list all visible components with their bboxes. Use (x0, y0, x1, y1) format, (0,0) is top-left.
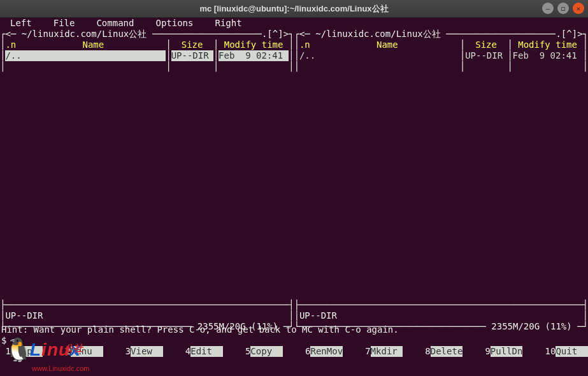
box-line-icon: │ (289, 50, 294, 61)
box-tee-icon: ├ (294, 300, 299, 310)
box-line-icon: ────────────────────────────────────────… (152, 29, 262, 40)
col-size[interactable]: Size (171, 40, 213, 50)
box-line-icon: │ (289, 61, 294, 300)
box-line-icon: ────────────────────────────────────────… (299, 321, 486, 332)
window-controls: – ◻ ✕ (542, 3, 584, 14)
col-n[interactable]: .n (5, 40, 20, 50)
right-empty-area: │ │ │ │ (294, 61, 589, 300)
box-line-icon: │ (583, 40, 588, 50)
menu-command[interactable]: Command (89, 18, 148, 29)
box-line-icon: │ (294, 310, 299, 321)
box-line-icon: ────────────────────────────────────────… (5, 300, 289, 310)
file-name: /.. (5, 50, 166, 61)
left-diskfree: └ ──────────────────────────────────────… (0, 321, 294, 332)
panel-indicator-icon: .[^]>┐ (556, 29, 588, 40)
col-name[interactable]: Name (315, 40, 460, 50)
terminal-area: Left File Command Options Right ┌<─ ~/li… (0, 18, 588, 376)
col-size[interactable]: Size (465, 40, 507, 50)
fkey-num: 6 (300, 346, 311, 357)
box-line-icon: ─┘ (577, 321, 588, 332)
panels: ┌<─ ~/linuxidc.com/Linux公社 ─────────────… (0, 29, 588, 324)
box-line-icon: ────────────────────────────────────────… (5, 321, 192, 332)
box-line-icon: │ (507, 40, 512, 50)
box-line-icon: │ (294, 40, 299, 50)
fkey-pulldn[interactable]: PullDn (491, 346, 523, 357)
left-separator: ├ ──────────────────────────────────────… (0, 300, 294, 310)
box-line-icon (441, 29, 446, 40)
right-status: UP--DIR (299, 310, 583, 321)
left-panel[interactable]: ┌<─ ~/linuxidc.com/Linux公社 ─────────────… (0, 29, 294, 324)
fkey-num: 4 (180, 346, 190, 357)
watermark-url: www.Linuxidc.com (32, 363, 89, 374)
minimize-icon[interactable]: – (542, 3, 554, 14)
fkey-mkdir[interactable]: Mkdir (371, 346, 403, 357)
left-panel-path: ~/linuxidc.com/Linux公社 (22, 29, 147, 40)
window-title: mc [linuxidc@ubuntu]:~/linuxidc.com/Linu… (199, 3, 388, 15)
box-line-icon: │ (166, 50, 171, 61)
file-mtime: Feb 9 02:41 (219, 50, 289, 61)
fkey-renmov[interactable]: RenMov (310, 346, 343, 357)
file-row-updir[interactable]: │ /.. │ UP--DIR │ Feb 9 02:41 │ (0, 50, 294, 61)
menu-left[interactable]: Left (3, 18, 46, 29)
box-line-icon: ─┘ (283, 321, 294, 332)
box-line-icon: │ (0, 310, 5, 321)
right-column-header: │ .n Name │ Size │ Modify time │ (294, 40, 589, 50)
function-key-bar: 1Help 2Menu 3View 4Edit 5Copy 6RenMov 7M… (0, 346, 588, 357)
box-line-icon: │ (294, 61, 299, 300)
panel-indicator-icon: .[^]>┐ (262, 29, 294, 40)
box-line-icon: │ (213, 61, 219, 300)
box-corner-icon: └ (294, 321, 299, 332)
fkey-num: 1 (0, 346, 11, 357)
fkey-view[interactable]: View (131, 346, 163, 357)
box-line-icon: │ (166, 40, 171, 50)
fkey-num: 5 (240, 346, 251, 357)
fkey-menu[interactable]: Menu (71, 346, 103, 357)
box-corner-icon: ┌<─ (0, 29, 22, 40)
maximize-icon[interactable]: ◻ (557, 3, 569, 14)
fkey-help[interactable]: Help (11, 346, 43, 357)
box-corner-icon: ┌<─ (294, 29, 316, 40)
fkey-edit[interactable]: Edit (190, 346, 223, 357)
box-line-icon: │ (507, 50, 512, 61)
fkey-delete[interactable]: Delete (431, 346, 463, 357)
box-corner-icon: └ (0, 321, 5, 332)
menu-right[interactable]: Right (207, 18, 255, 29)
col-name[interactable]: Name (20, 40, 166, 50)
file-name: /.. (299, 50, 460, 61)
box-line-icon: │ (583, 310, 588, 321)
right-panel-title: ┌<─ ~/linuxidc.com/Linux公社 ─────────────… (294, 29, 589, 40)
file-row-updir[interactable]: │ /.. │ UP--DIR │ Feb 9 02:41 │ (294, 50, 589, 61)
fkey-num: 8 (420, 346, 431, 357)
menu-file[interactable]: File (46, 18, 89, 29)
left-column-header: │ .n Name │ Size │ Modify time │ (0, 40, 294, 50)
col-modify[interactable]: Modify time (513, 40, 583, 50)
box-line-icon: │ (460, 40, 465, 50)
box-tee-icon: ┤ (289, 300, 294, 310)
shell-prompt[interactable]: $ (0, 335, 588, 346)
fkey-copy[interactable]: Copy (250, 346, 283, 357)
right-separator: ├ ──────────────────────────────────────… (294, 300, 589, 310)
left-panel-title: ┌<─ ~/linuxidc.com/Linux公社 ─────────────… (0, 29, 294, 40)
close-icon[interactable]: ✕ (573, 3, 584, 14)
fkey-num: 9 (480, 346, 491, 357)
box-line-icon: │ (289, 310, 294, 321)
col-modify[interactable]: Modify time (219, 40, 289, 50)
box-line-icon: │ (460, 50, 465, 61)
file-size: UP--DIR (465, 50, 507, 61)
box-line-icon: │ (289, 40, 294, 50)
left-empty-area: │ │ │ │ (0, 61, 294, 300)
mc-menubar: Left File Command Options Right (0, 18, 588, 29)
col-n[interactable]: .n (299, 40, 315, 50)
menu-options[interactable]: Options (148, 18, 207, 29)
fkey-num: 10 (540, 346, 556, 357)
box-line-icon: │ (166, 61, 171, 300)
box-line-icon: │ (213, 40, 219, 50)
fkey-num: 7 (360, 346, 371, 357)
right-panel[interactable]: ┌<─ ~/linuxidc.com/Linux公社 ─────────────… (294, 29, 589, 324)
box-line-icon: ────────────────────────────────────────… (299, 300, 583, 310)
fkey-quit[interactable]: Quit (556, 346, 588, 357)
box-line-icon: │ (0, 61, 5, 300)
window-titlebar: mc [linuxidc@ubuntu]:~/linuxidc.com/Linu… (0, 0, 588, 18)
box-line-icon (147, 29, 152, 40)
box-line-icon: │ (460, 61, 465, 300)
